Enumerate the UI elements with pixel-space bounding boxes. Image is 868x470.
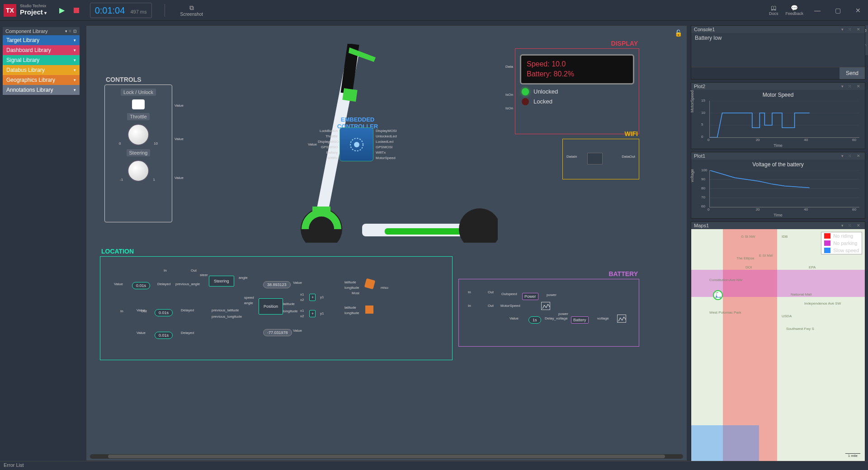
battery-group: BATTERY Power Battery 1s In Out Outspeed… [458, 279, 639, 347]
location-title: LOCATION [101, 248, 134, 255]
project-title-block[interactable]: Studio Technix Project ▾ [20, 4, 47, 16]
power-block[interactable]: Power [522, 293, 538, 300]
add-block-1[interactable]: + [309, 294, 316, 301]
lat-const[interactable]: 38.893123 [263, 281, 291, 288]
library-item-5[interactable]: Annotations Library▾ [3, 85, 80, 95]
plot2-area[interactable] [709, 101, 859, 138]
error-list-tab[interactable]: Error List [4, 462, 24, 468]
wifi-block[interactable] [587, 153, 603, 164]
plot1-chart-title: Voltage of the battery [691, 160, 865, 169]
screenshot-button[interactable]: ⧉ Screenshot [180, 4, 203, 17]
delay-block-2[interactable]: 0.01s [155, 309, 173, 316]
maps-title: Maps1 [694, 223, 709, 228]
port-right-UnlockedLed: UnlockedLed [376, 134, 397, 138]
component-library-header[interactable]: Component Library▾ ⁙ ⊡ [3, 27, 80, 35]
controls-title: CONTROLS [106, 76, 142, 83]
battery-title: BATTERY [609, 270, 638, 277]
topbar: TX Studio Technix Project ▾ ▶ 0:01:04 49… [0, 0, 868, 21]
port-left-LockButton: LockButton [318, 129, 338, 133]
port-left-Battery: Battery [318, 150, 338, 155]
lock-unlock-label: Lock / Unlock [121, 89, 156, 96]
port-left-WifiRx: WifiRx [318, 156, 338, 160]
port-left-DisplayMISO: DisplayMISO [318, 140, 338, 144]
scooter-map-marker: 🛴 [713, 290, 723, 300]
window-close[interactable]: ✕ [852, 5, 864, 16]
unlocked-label: Unlocked [533, 88, 558, 95]
svg-rect-9 [312, 207, 330, 216]
lon-const[interactable]: -77.031978 [263, 329, 292, 336]
plot-sink-2[interactable] [617, 315, 626, 323]
canvas-h-scrollbar[interactable] [90, 454, 683, 459]
port-right-LockedLed: LockedLed [376, 140, 393, 144]
delay-block-3[interactable]: 0.01s [155, 332, 173, 339]
component-library-panel: Component Library▾ ⁙ ⊡ Target Library▾Da… [3, 27, 80, 95]
plot2-panel: Plot2▾ ⁙ ✕ Motor Speed MotorSpeed Time 0… [691, 82, 865, 149]
plot2-title: Plot2 [694, 84, 705, 89]
lcd-line1: Speed: 10.0 [527, 59, 627, 69]
port-right-GPSMOSI: GPSMOSI [376, 145, 392, 149]
timer-value: 0:01:04 [95, 5, 125, 15]
gps-sat-icon[interactable] [364, 278, 375, 289]
library-item-4[interactable]: Geographics Library▾ [3, 75, 80, 85]
console-output: Battery low [691, 33, 865, 67]
library-item-2[interactable]: Signal Library▾ [3, 55, 80, 65]
svg-point-6 [309, 216, 334, 242]
port-left-Throttle: Throttle [318, 134, 338, 138]
unlocked-led [522, 88, 529, 95]
library-item-0[interactable]: Target Library▾ [3, 35, 80, 45]
locked-led [522, 98, 529, 105]
port-left-GPSMISO: GPSMISO [318, 145, 338, 149]
lock-toggle[interactable] [132, 99, 145, 109]
display-title: DISPLAY [611, 40, 638, 47]
plot2-chart-title: Motor Speed [691, 90, 865, 100]
steering-block[interactable]: Steering [209, 276, 234, 287]
app-logo: TX [4, 4, 16, 17]
map-view[interactable]: 🛴 G St NWE St NWConstitution Ave NWNatio… [691, 229, 865, 466]
steering-label: Steering [127, 149, 151, 156]
port-right-MotorSpeed: MotorSpeed [376, 156, 396, 160]
library-item-3[interactable]: Databus Library▾ [3, 65, 80, 75]
wifi-title: WIFI [624, 130, 638, 137]
battery-block[interactable]: Battery [571, 316, 589, 324]
console-send-button[interactable]: Send [840, 67, 865, 79]
location-group: LOCATION 0.01s 0.01s 0.01s Steering 38.8… [100, 256, 453, 360]
canvas-lock-icon[interactable]: 🔓 [675, 29, 682, 37]
add-block-2[interactable]: + [309, 310, 316, 317]
controls-group: CONTROLS Lock / Unlock Throttle 0 10 Ste… [104, 85, 172, 222]
plot-sink-1[interactable] [541, 302, 550, 310]
maps-panel: Maps1▾ ⁙ ✕ 🛴 G St NWE St NWConstitution … [691, 221, 865, 466]
console-input[interactable] [691, 67, 840, 79]
delay-block-1[interactable]: 0.01s [132, 282, 150, 289]
console-panel: Console1▾ ⁙ ✕ Battery low Send [691, 25, 865, 80]
plot1-panel: Plot1▾ ⁙ ✕ Voltage of the battery voltag… [691, 152, 865, 219]
project-name: Project [20, 8, 43, 16]
design-canvas[interactable]: 🔓 CONTROLS Lock / Unlock Throttle 0 10 [86, 25, 687, 461]
embedded-controller-block[interactable] [340, 127, 373, 161]
docs-button[interactable]: 🕮Docs [769, 5, 778, 16]
window-maximize[interactable]: ▢ [831, 5, 844, 16]
plot1-area[interactable] [709, 170, 859, 207]
locked-label: Locked [533, 98, 552, 105]
throttle-label: Throttle [127, 113, 149, 120]
gps-module-icon[interactable] [365, 306, 373, 314]
window-minimize[interactable]: — [811, 5, 824, 16]
play-button[interactable]: ▶ [59, 6, 65, 14]
port-right-DisplayMOSI: DisplayMOSI [376, 129, 397, 133]
panel-controls[interactable]: ▾ ⁙ ✕ [841, 27, 862, 32]
map-legend: No ridingNo parkingSlow speed [821, 232, 862, 254]
svg-point-11 [354, 142, 359, 147]
stop-button[interactable] [74, 8, 79, 13]
plot1-title: Plot1 [694, 153, 705, 159]
display-group: DISPLAY Speed: 10.0 Battery: 80.2% Unloc… [515, 48, 639, 134]
position-block[interactable]: Position [259, 298, 283, 315]
svg-rect-2 [342, 88, 357, 102]
timer-display: 0:01:04 497 ms [90, 3, 152, 18]
battery-delay-block[interactable]: 1s [528, 316, 541, 324]
svg-point-8 [467, 216, 492, 242]
library-item-1[interactable]: Dashboard Library▾ [3, 45, 80, 55]
feedback-button[interactable]: 💬Feedback [785, 5, 803, 16]
throttle-knob[interactable] [127, 124, 149, 146]
port-right-WifiTx: WifiTx [376, 150, 386, 155]
steering-knob[interactable] [127, 160, 149, 182]
console-title: Console1 [694, 27, 715, 32]
